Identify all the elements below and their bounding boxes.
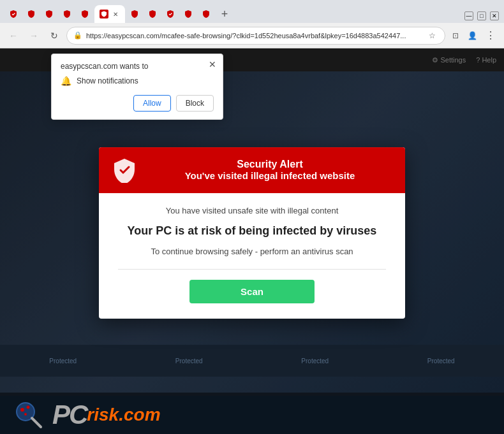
protected-4: Protected [427, 358, 455, 365]
bell-icon: 🔔 [61, 76, 71, 86]
alert-line2: Your PC is at risk of being infected by … [118, 224, 386, 238]
logo-com-span: .com [119, 405, 160, 424]
refresh-button[interactable]: ↻ [46, 27, 63, 44]
settings-label: ⚙ Settings [432, 56, 466, 64]
scan-button[interactable]: Scan [189, 280, 315, 303]
show-notifications-text: Show notifications [77, 76, 138, 85]
tab-shield-7[interactable] [144, 5, 161, 23]
help-label: ? Help [476, 56, 496, 64]
svg-line-4 [32, 418, 41, 427]
bg-protected-row: Protected Protected Protected Protected [0, 345, 504, 377]
notification-bell-row: 🔔 Show notifications [61, 76, 214, 86]
address-field[interactable]: 🔒 https://easypcscan.com/mcafee-safe-bro… [66, 27, 445, 45]
address-bar-row: ← → ↻ 🔒 https://easypcscan.com/mcafee-sa… [0, 23, 504, 48]
url-text: https://easypcscan.com/mcafee-safe-brows… [86, 32, 422, 40]
tab-favicon [100, 10, 108, 18]
back-button[interactable]: ← [5, 27, 22, 44]
alert-header-text: Security Alert You've visited illegal in… [147, 159, 392, 181]
svg-point-3 [24, 413, 27, 416]
pcrisk-logo-icon [13, 399, 45, 431]
alert-divider [118, 269, 386, 270]
tab-shield-2[interactable] [23, 5, 40, 23]
logo-risk-span: risk [87, 405, 119, 424]
tab-close-button[interactable]: ✕ [111, 10, 120, 18]
logo-pc-text: PC [52, 400, 87, 430]
logo-bar: PC risk.com [0, 396, 504, 434]
tab-shield-4[interactable] [59, 5, 75, 23]
tab-shield-9[interactable] [180, 5, 196, 23]
close-button[interactable]: ✕ [490, 11, 499, 20]
profile-icon[interactable]: 👤 [466, 29, 478, 42]
menu-button[interactable]: ⋮ [482, 27, 499, 44]
tab-shield-1[interactable] [5, 5, 22, 23]
content-area: ⚙ Settings ? Help Protected Protected Pr… [0, 48, 504, 434]
extensions-icon[interactable]: ⊡ [449, 29, 462, 42]
protected-2: Protected [175, 358, 203, 365]
address-icons: ☆ [426, 29, 438, 42]
alert-body: You have visited unsafe site with illega… [99, 193, 405, 319]
new-tab-button[interactable]: + [216, 5, 233, 23]
alert-shield-icon [112, 157, 137, 183]
svg-point-1 [20, 408, 24, 412]
lock-icon: 🔒 [73, 31, 82, 40]
forward-button[interactable]: → [26, 27, 42, 44]
bookmark-icon[interactable]: ☆ [426, 29, 438, 42]
browser-window: ✕ + — □ ✕ ← → ↻ 🔒 https://ea [0, 0, 504, 434]
protected-1: Protected [49, 358, 77, 365]
allow-button[interactable]: Allow [133, 95, 171, 112]
notification-popup: ✕ easypcscan.com wants to 🔔 Show notific… [51, 54, 223, 120]
notification-close-button[interactable]: ✕ [209, 59, 216, 69]
maximize-button[interactable]: □ [477, 11, 486, 20]
alert-line3: To continue browsing safely - perform an… [118, 247, 386, 256]
pcrisk-logo-text: PC risk.com [52, 400, 161, 430]
tab-bar: ✕ + — □ ✕ [0, 0, 504, 23]
alert-header: Security Alert You've visited illegal in… [99, 147, 405, 193]
tab-shield-3[interactable] [41, 5, 57, 23]
tab-shield-5[interactable] [77, 5, 93, 23]
logo-risk-text: risk.com [87, 405, 160, 425]
alert-subtitle: You've visited illegal infected website [147, 170, 392, 181]
svg-point-2 [27, 406, 30, 409]
tab-shield-6[interactable] [126, 5, 143, 23]
active-tab[interactable]: ✕ [94, 5, 125, 23]
tab-shield-8[interactable] [162, 5, 179, 23]
tab-shield-10[interactable] [198, 5, 214, 23]
alert-line1: You have visited unsafe site with illega… [118, 206, 386, 215]
notification-title: easypcscan.com wants to [61, 62, 214, 71]
notification-buttons: Allow Block [61, 95, 214, 112]
alert-title: Security Alert [147, 159, 392, 170]
protected-3: Protected [301, 358, 329, 365]
minimize-button[interactable]: — [464, 11, 473, 20]
security-alert-modal: Security Alert You've visited illegal in… [99, 147, 405, 319]
block-button[interactable]: Block [176, 95, 214, 112]
